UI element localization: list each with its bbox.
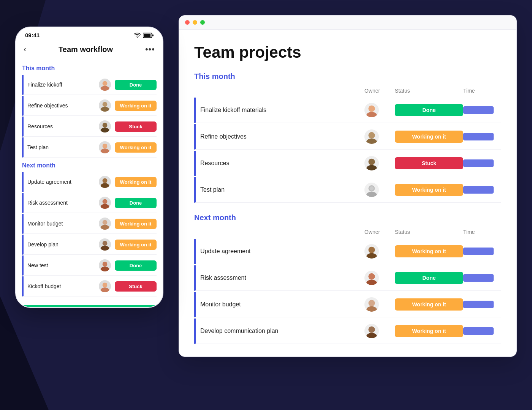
svg-point-21 — [103, 282, 108, 287]
desktop-task-name: Refine objectives — [200, 133, 364, 140]
svg-point-19 — [103, 262, 108, 266]
desktop-table-header-nextmonth: Owner Status Time — [194, 227, 501, 237]
phone-task-row[interactable]: Resources Stuck — [22, 117, 157, 137]
avatar — [99, 99, 111, 112]
phone-task-row[interactable]: Finalize kickoff Done — [22, 75, 157, 95]
timeline-bar — [463, 327, 494, 335]
status-badge-working: Working on it — [395, 298, 463, 311]
svg-point-15 — [103, 220, 108, 225]
phone-bottom-bar — [16, 305, 163, 307]
timeline-bar — [463, 186, 494, 194]
desktop-table-header: Owner Status Time — [194, 85, 501, 96]
phone-section-title-nextmonth: Next month — [22, 162, 157, 169]
desktop-task-row[interactable]: Monitor budget Working on it — [194, 292, 501, 317]
phone-task-name: Develop plan — [27, 241, 95, 248]
desktop-task-row[interactable]: Refine objectives Working on it — [194, 124, 501, 150]
status-badge-done: Done — [115, 198, 157, 208]
phone-task-row[interactable]: Update agreement Working on it — [22, 172, 157, 192]
svg-point-35 — [366, 280, 377, 285]
status-badge-done: Done — [115, 260, 157, 271]
phone-task-row[interactable]: Test plan Working on it — [22, 137, 157, 158]
phone-task-name: Refine objectives — [27, 102, 95, 109]
phone-status-bar: 09:41 — [16, 27, 163, 41]
timeline-bar — [463, 133, 494, 140]
desktop-titlebar — [179, 16, 516, 30]
phone-task-name: Resources — [27, 123, 95, 129]
svg-point-26 — [366, 139, 377, 144]
timeline-bar — [463, 274, 494, 282]
svg-point-10 — [101, 148, 109, 153]
timeline-bar — [463, 159, 494, 167]
phone-task-row[interactable]: Develop plan Working on it — [22, 235, 157, 255]
svg-point-17 — [103, 241, 108, 246]
svg-point-28 — [366, 165, 377, 170]
status-badge-done: Done — [395, 272, 463, 284]
status-badge-stuck: Stuck — [395, 157, 463, 169]
svg-point-30 — [366, 192, 377, 197]
desktop-section-nextmonth: Next month — [194, 213, 501, 222]
svg-point-8 — [101, 128, 109, 132]
avatar — [364, 183, 379, 197]
svg-point-14 — [101, 204, 109, 209]
phone-task-name: New test — [27, 262, 95, 268]
main-container: 09:41 ‹ Team workflow ••• — [15, 15, 517, 395]
timeline-bar — [463, 301, 494, 308]
avatar — [364, 271, 379, 285]
svg-point-12 — [101, 183, 109, 188]
svg-point-4 — [101, 86, 109, 91]
avatar — [99, 238, 111, 251]
phone-back-button[interactable]: ‹ — [24, 44, 26, 54]
desktop-task-row[interactable]: Test plan Working on it — [194, 177, 501, 203]
titlebar-dot-green — [200, 20, 205, 25]
timeline-bar — [463, 248, 494, 255]
status-badge-stuck: Stuck — [115, 281, 157, 292]
col-owner: Owner — [364, 88, 395, 94]
phone-task-row[interactable]: Monitor budget Working on it — [22, 214, 157, 234]
status-badge-working: Working on it — [115, 142, 157, 153]
desktop-task-row[interactable]: Develop communication plan Working on it — [194, 319, 501, 344]
phone-status-icons — [134, 33, 154, 38]
desktop-task-row[interactable]: Risk assessment Done — [194, 265, 501, 291]
col-time: Time — [463, 88, 501, 94]
phone-time: 09:41 — [25, 32, 40, 38]
phone-menu-button[interactable]: ••• — [145, 44, 155, 54]
svg-point-39 — [366, 333, 377, 338]
desktop-task-name: Develop communication plan — [200, 328, 364, 334]
avatar — [99, 120, 111, 132]
svg-point-11 — [103, 178, 108, 183]
avatar — [364, 244, 379, 259]
avatar — [364, 129, 379, 144]
col-owner: Owner — [364, 229, 395, 235]
col-task — [194, 88, 364, 94]
svg-point-23 — [368, 106, 375, 112]
phone-header: ‹ Team workflow ••• — [16, 41, 163, 60]
phone-task-name: Finalize kickoff — [27, 82, 95, 88]
status-badge-stuck: Stuck — [115, 121, 157, 132]
svg-point-6 — [101, 107, 109, 112]
phone-task-row[interactable]: Kickoff budget Stuck — [22, 276, 157, 296]
phone-section-title-thismonth: This month — [22, 65, 157, 72]
svg-point-38 — [368, 326, 375, 333]
phone-task-row[interactable]: Refine objectives Working on it — [22, 96, 157, 116]
phone-task-name: Kickoff budget — [27, 283, 95, 289]
desktop-task-row[interactable]: Finalize kickoff materials Done — [194, 98, 501, 123]
svg-point-9 — [103, 144, 108, 148]
desktop-page-title: Team projects — [194, 43, 501, 62]
svg-point-36 — [368, 300, 375, 306]
titlebar-dot-red — [185, 20, 190, 25]
desktop-task-name: Finalize kickoff materials — [200, 107, 364, 114]
phone-header-title: Team workflow — [59, 45, 113, 54]
col-time: Time — [463, 229, 501, 235]
status-badge-done: Done — [395, 104, 463, 116]
svg-point-18 — [101, 246, 109, 251]
svg-point-3 — [103, 81, 108, 86]
desktop-content: Team projects This month Owner Status Ti… — [179, 30, 516, 356]
svg-point-37 — [366, 306, 377, 312]
timeline-bar — [463, 106, 494, 114]
svg-point-22 — [101, 287, 109, 292]
phone-task-row[interactable]: New test Done — [22, 255, 157, 276]
avatar — [364, 156, 379, 170]
desktop-task-row[interactable]: Resources Stuck — [194, 151, 501, 176]
desktop-task-row[interactable]: Update agreement Working on it — [194, 239, 501, 264]
phone-task-row[interactable]: Risk assessment Done — [22, 193, 157, 213]
